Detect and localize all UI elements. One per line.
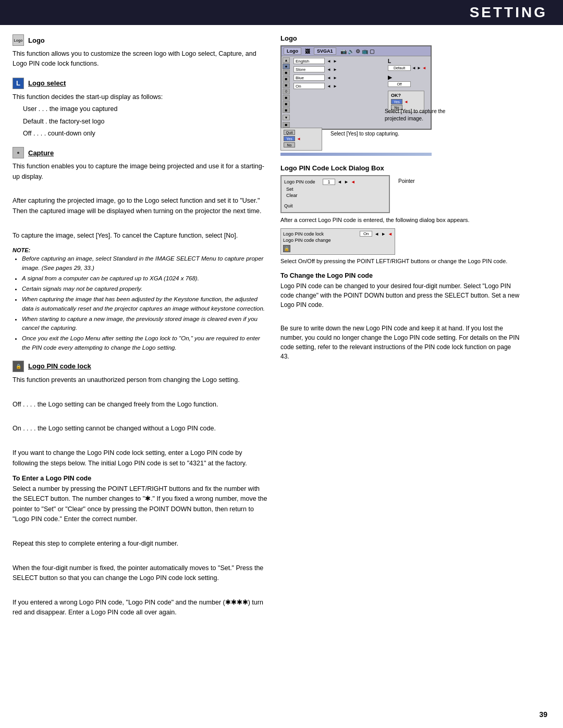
logo-section-heading: Logo Logo <box>13 34 268 46</box>
page-number: 39 <box>539 710 547 719</box>
menu-row-blue: Blue ◄ ► <box>293 74 386 81</box>
logo-tab[interactable]: Logo <box>284 47 301 55</box>
selected-indicator: ● <box>283 64 290 69</box>
note-item-6: Once you exit the Logo Menu after settin… <box>22 334 268 352</box>
english-label: English <box>293 58 325 64</box>
menu-row-store: Store ◄ ► <box>293 66 386 73</box>
svga-tab[interactable]: SVGA1 <box>314 47 336 55</box>
logo-select-icon: L <box>13 78 24 89</box>
right-arrow-store: ► <box>333 67 337 72</box>
logo-menu-header: Logo 🖼 SVGA1 📷 🔊 ⚙ 📺 ▢ <box>282 46 431 56</box>
pin-code-lock-heading: Logo PIN Code Lock Dialog Box <box>280 164 520 172</box>
logo-menu-rows: English ◄ ► Store ◄ ► Blue ◄ ► <box>293 57 386 128</box>
page-header: SETTING <box>0 0 563 25</box>
right-arrow-blue: ► <box>333 76 337 80</box>
capture-icon: ● <box>13 147 24 158</box>
left-column: Logo Logo This function allows you to cu… <box>13 34 268 622</box>
quit-dialog: Quit Yes ◄ No <box>280 128 322 151</box>
right-arr: ► <box>417 66 421 70</box>
logo-select-title: Logo select <box>28 79 66 87</box>
pin-dialog-area: Logo PIN code 1 ◄ ► ◄ Set Clear Quit Poi… <box>280 175 520 213</box>
pin-lock-row2-label: Logo PIN code change <box>283 238 393 243</box>
ok-label: OK? <box>391 93 421 98</box>
note-block: NOTE: Before capturing an image, select … <box>13 246 268 352</box>
right-arrow-on: ► <box>333 84 337 89</box>
down-arrow[interactable]: ▼ <box>283 115 290 120</box>
logo-icon: Logo <box>13 34 24 46</box>
logo-select-body: This function decides the start-up displ… <box>13 92 268 139</box>
pin-lock-row-1: Logo PIN code lock On ◄ ► ◄ <box>283 231 393 237</box>
pin-lock-caption: Select On/Off by pressing the POINT LEFT… <box>280 257 520 265</box>
quit-dialog-area: Quit Yes ◄ No Select [Yes] to stop captu… <box>280 128 520 151</box>
pin-set[interactable]: Set <box>286 187 386 192</box>
change-pin-heading: To Change the Logo PIN code <box>280 272 520 279</box>
logo-heading: Logo <box>28 36 45 44</box>
left-arr: ◄ <box>412 66 416 70</box>
logo-select-heading: L Logo select <box>13 78 268 89</box>
ok-arrow: ◄ <box>404 100 408 104</box>
quit-caption: Select [Yes] to stop capturing. <box>331 130 399 138</box>
note-item-5: When starting to capture a new image, th… <box>22 315 268 333</box>
pin-icon: 🔒 <box>283 245 290 252</box>
quit-box[interactable]: Quit <box>284 130 295 135</box>
capture-title: Capture <box>28 149 54 157</box>
blue-label: Blue <box>293 75 325 81</box>
pin-code-row: Logo PIN code 1 ◄ ► ◄ <box>284 179 386 185</box>
pin-input-box[interactable]: 1 <box>323 179 335 185</box>
pin-lock-row1-label: Logo PIN code lock <box>283 231 358 237</box>
left-arrow-store: ◄ <box>327 67 331 72</box>
yes-box[interactable]: Yes <box>391 99 402 104</box>
select-arr: ◄ <box>422 66 426 70</box>
item-indicator-3: ■ <box>283 82 290 88</box>
up-arrow[interactable]: ▲ <box>283 57 290 63</box>
pointer-caption: Pointer <box>398 178 415 185</box>
no-box-quit[interactable]: No <box>284 142 295 147</box>
pin-lock-panel: Logo PIN code lock On ◄ ► ◄ Logo PIN cod… <box>280 228 395 255</box>
right-logo-title: Logo <box>280 34 520 42</box>
menu-row-on: On ◄ ► <box>293 82 386 90</box>
note-item-3: Certain signals may not be captured prop… <box>22 285 268 293</box>
logo-menu-left-arrows: ▲ ● ■ ■ ■ ◊ ■ ■ ■ ▼ ■ <box>283 57 292 128</box>
pin-right-arrow: ► <box>344 179 349 184</box>
item-indicator-6: ■ <box>283 101 290 107</box>
on-label: On <box>293 83 325 89</box>
item-indicator-2: ■ <box>283 76 290 82</box>
main-content: Logo Logo This function allows you to cu… <box>0 25 563 643</box>
left-arrow-blue: ◄ <box>327 76 331 80</box>
note-item-1: Before capturing an image, select Standa… <box>22 254 268 273</box>
item-indicator-4: ◊ <box>283 89 290 94</box>
pin-lock-right-arr: ► <box>381 231 386 237</box>
pin-quit[interactable]: Quit <box>284 203 386 208</box>
logo-pin-body: This function prevents an unauthorized p… <box>13 375 268 468</box>
yes-btn-ok[interactable]: Yes ◄ <box>391 99 421 104</box>
right-arrow-english: ► <box>333 59 337 64</box>
pin-code-label: Logo PIN code <box>284 179 321 184</box>
pin-lock-row-2: Logo PIN code change <box>283 238 393 243</box>
pin-lock-left-arr: ◄ <box>374 231 379 237</box>
logo-pin-icon: 🔒 <box>13 361 24 372</box>
no-row-quit: No <box>284 142 319 147</box>
logo-pin-heading: 🔒 Logo PIN code lock <box>13 361 268 372</box>
pin-lock-val: On <box>360 231 372 237</box>
quit-row: Quit <box>284 130 319 135</box>
left-arrow-english: ◄ <box>327 59 331 64</box>
right-column: Logo Logo 🖼 SVGA1 📷 🔊 ⚙ 📺 ▢ ▲ ● ■ <box>280 34 520 622</box>
off-row: Off <box>388 81 430 87</box>
note-label: NOTE: <box>13 246 268 255</box>
progress-bar <box>280 153 432 156</box>
page-title: SETTING <box>0 4 547 21</box>
pin-clear[interactable]: Clear <box>286 193 386 198</box>
off-value: Off <box>388 81 411 87</box>
capture-body: This function enables you to capture the… <box>13 162 268 241</box>
pin-dialog: Logo PIN code 1 ◄ ► ◄ Set Clear Quit <box>280 175 390 213</box>
enter-pin-heading: To Enter a Logo PIN code <box>13 475 268 482</box>
item-indicator-1: ■ <box>283 70 290 76</box>
pin-lock-select-arr: ◄ <box>388 231 393 237</box>
left-arrow-on: ◄ <box>327 84 331 89</box>
quit-arrow: ◄ <box>297 137 301 141</box>
logo-body: This function allows you to customize th… <box>13 49 268 69</box>
yes-box-quit[interactable]: Yes <box>284 136 295 141</box>
store-label: Store <box>293 66 325 72</box>
default-row: Default ◄ ► ◄ <box>388 65 430 71</box>
default-value: Default <box>388 65 411 71</box>
